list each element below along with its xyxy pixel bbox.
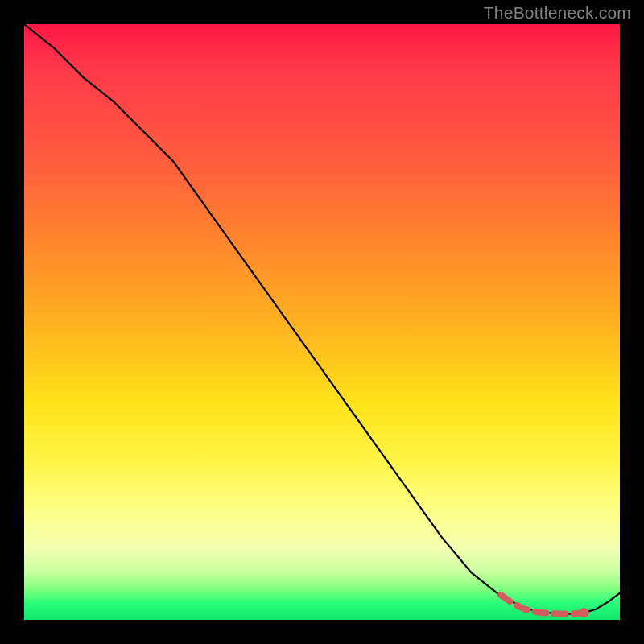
minimum-point-marker (580, 608, 589, 617)
chart-frame: TheBottleneck.com (0, 0, 644, 644)
chart-overlay (24, 24, 620, 620)
bottleneck-curve-line (24, 24, 620, 614)
optimal-band-dashed-line (501, 595, 584, 614)
watermark-text: TheBottleneck.com (484, 3, 631, 23)
